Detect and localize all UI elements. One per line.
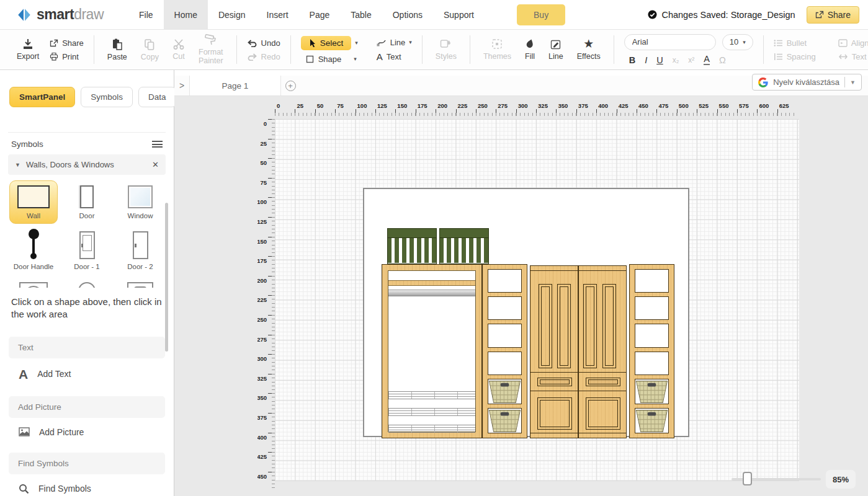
subscript-button[interactable]: x₂ [673, 56, 679, 64]
symbol-door-2[interactable]: Door - 2 [116, 226, 164, 275]
line-dropdown-caret[interactable]: ▾ [409, 39, 412, 45]
menu-item-home[interactable]: Home [164, 0, 208, 29]
select-dropdown-caret[interactable]: ▾ [355, 40, 358, 46]
zoom-slider-thumb[interactable] [743, 472, 752, 485]
underline-button[interactable]: U [656, 55, 663, 65]
cut-button[interactable]: Cut [166, 38, 192, 61]
collapse-caret-icon[interactable]: ▼ [15, 162, 20, 168]
cubby[interactable] [635, 269, 669, 293]
cubby[interactable] [635, 296, 669, 320]
text-direction-button[interactable]: Text Direction [838, 52, 868, 61]
add-text-button[interactable]: A Add Text [0, 358, 174, 381]
redo-button[interactable]: Redo [247, 52, 280, 61]
shape-tool-button[interactable]: Shape [301, 55, 342, 64]
menu-item-file[interactable]: File [128, 0, 164, 29]
tab-symbols[interactable]: Symbols [81, 87, 133, 107]
symbol-octagon-window[interactable] [116, 277, 164, 288]
tab-smartpanel[interactable]: SmartPanel [9, 87, 75, 107]
menu-item-options[interactable]: Options [382, 0, 433, 29]
work-area-grid[interactable] [275, 119, 799, 481]
menu-item-support[interactable]: Support [433, 0, 485, 29]
font-name-input[interactable] [624, 34, 716, 50]
menu-item-table[interactable]: Table [340, 0, 382, 29]
door-panel[interactable] [583, 284, 597, 368]
superscript-button[interactable]: x² [688, 56, 694, 64]
shape-dropdown-caret[interactable]: ▾ [354, 56, 357, 62]
wardrobe-top-shelf[interactable] [388, 280, 475, 286]
wardrobe-section[interactable] [382, 264, 482, 438]
special-character-button[interactable]: Ω [719, 55, 726, 65]
previous-page-button[interactable]: > [174, 76, 189, 95]
symbol-wall[interactable]: Wall [9, 180, 58, 224]
drawing-canvas[interactable]: 0255075100125150175200225250275300325350… [174, 96, 868, 496]
door-panel[interactable] [602, 284, 616, 368]
themes-button[interactable]: Themes [477, 38, 518, 61]
cubby[interactable] [488, 352, 522, 375]
lower-drawer-panel[interactable] [586, 397, 620, 430]
format-painter-button[interactable]: Format Painter [192, 34, 230, 65]
find-symbols-button[interactable]: Find Symbols [0, 474, 174, 494]
wire-shelf[interactable] [388, 408, 475, 416]
cubby[interactable] [635, 352, 669, 375]
line-tool-button[interactable]: Line ▾ [377, 38, 412, 47]
green-crate[interactable] [387, 228, 437, 264]
language-select-button[interactable]: Nyelv kiválasztása ▼ [752, 74, 862, 91]
basket-cubby[interactable] [488, 408, 522, 433]
copy-button[interactable]: Copy [134, 38, 166, 61]
wire-shelf[interactable] [388, 391, 475, 399]
basket-cubby[interactable] [635, 408, 669, 433]
door-panel[interactable] [539, 284, 552, 368]
app-logo[interactable]: smartdraw [0, 6, 128, 23]
cubby[interactable] [488, 296, 522, 320]
symbol-category[interactable]: ▼ Walls, Doors & Windows ✕ [8, 154, 166, 175]
undo-button[interactable]: Undo [247, 38, 280, 48]
toolbar-share-button[interactable]: Share [50, 38, 84, 48]
tab-data[interactable]: Data [138, 87, 176, 107]
paste-button[interactable]: Paste [101, 38, 134, 61]
shelf-column-left[interactable] [482, 264, 527, 438]
select-tool-button[interactable]: Select [301, 36, 352, 50]
menu-item-design[interactable]: Design [208, 0, 256, 29]
drawing-page[interactable] [363, 188, 689, 437]
add-page-button[interactable]: + [281, 76, 300, 95]
page-tab[interactable]: Page 1 [189, 76, 281, 95]
fill-button[interactable]: Fill [518, 38, 542, 61]
text-tool-button[interactable]: A Text [377, 51, 412, 62]
lower-drawer-panel[interactable] [537, 397, 572, 430]
share-button[interactable]: Share [807, 6, 859, 24]
line-style-button[interactable]: Line [542, 38, 570, 61]
font-color-button[interactable]: A [704, 55, 710, 65]
bullet-button[interactable]: Bullet [774, 38, 816, 48]
door-panel[interactable] [557, 284, 571, 368]
print-button[interactable]: Print [50, 52, 84, 61]
hanging-rod[interactable] [388, 290, 475, 296]
cubby[interactable] [635, 324, 669, 347]
spacing-button[interactable]: Spacing [774, 52, 816, 61]
wire-shelf[interactable] [388, 425, 475, 433]
align-button[interactable]: Align [838, 38, 868, 48]
category-close-icon[interactable]: ✕ [152, 160, 159, 169]
bold-button[interactable]: B [629, 55, 635, 65]
panel-scrollbar[interactable] [165, 203, 168, 352]
symbol-arch-door[interactable] [63, 277, 111, 288]
shelf-column-right[interactable] [629, 264, 674, 438]
styles-button[interactable]: Styles [429, 38, 463, 61]
symbols-menu-icon[interactable] [152, 141, 163, 148]
export-button[interactable]: Export [10, 38, 46, 61]
menu-item-page[interactable]: Page [299, 0, 341, 29]
symbol-window[interactable]: Window [116, 180, 164, 224]
add-picture-button[interactable]: Add Picture [0, 418, 174, 437]
drawer-band[interactable] [530, 372, 626, 391]
symbol-door-1[interactable]: Door - 1 [63, 226, 111, 275]
font-size-select[interactable]: 10 ▾ [722, 34, 753, 50]
basket-cubby[interactable] [635, 379, 669, 404]
effects-button[interactable]: ★ Effects [570, 38, 607, 61]
green-crate[interactable] [439, 228, 489, 264]
buy-button[interactable]: Buy [517, 4, 565, 25]
italic-button[interactable]: I [645, 55, 647, 65]
cubby[interactable] [488, 269, 522, 293]
menu-item-insert[interactable]: Insert [256, 0, 299, 29]
basket-cubby[interactable] [488, 379, 522, 404]
symbol-arch-window[interactable] [9, 277, 58, 288]
symbol-door[interactable]: Door [63, 180, 111, 224]
